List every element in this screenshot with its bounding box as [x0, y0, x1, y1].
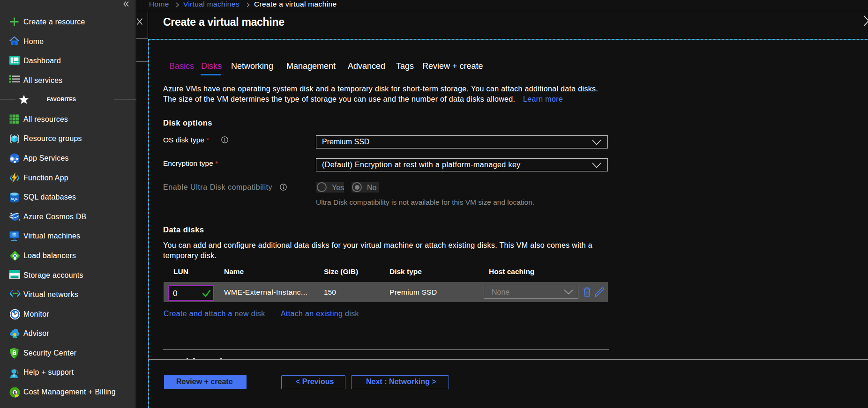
svg-text:$: $	[14, 390, 16, 394]
svg-text:SQL: SQL	[11, 197, 18, 201]
